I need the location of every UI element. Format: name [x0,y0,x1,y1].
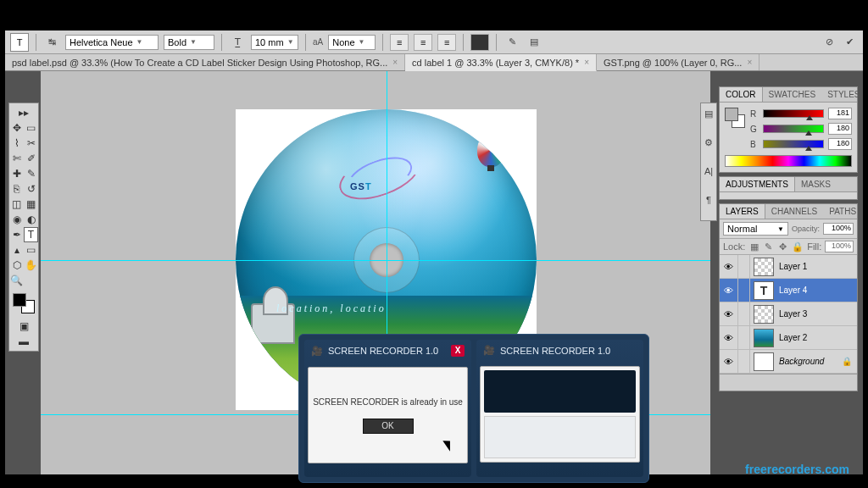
font-family-combo[interactable]: Helvetica Neue▼ [65,35,159,50]
visibility-toggle[interactable]: 👁 [720,255,738,278]
font-family-value: Helvetica Neue [70,37,133,47]
layer-thumbnail[interactable] [754,305,774,324]
panel-tab-channels[interactable]: CHANNELS [765,204,823,219]
panel-tab-paths[interactable]: PATHS [823,204,862,219]
paragraph-panel-icon[interactable]: ¶ [702,195,715,208]
layer-name[interactable]: Layer 3 [777,309,807,319]
visibility-toggle[interactable]: 👁 [720,279,738,302]
layer-thumbnail[interactable] [754,329,774,347]
layer-item[interactable]: 👁 Layer 2 [720,326,857,350]
screenmode-toggle[interactable]: ▬ [9,334,38,349]
font-size-combo[interactable]: 10 mm▼ [251,35,298,50]
align-left-button[interactable]: ≡ [390,34,409,51]
path-select-tool[interactable]: ▴ [9,242,24,258]
panel-tab-styles[interactable]: STYLES [821,87,865,102]
layer-name[interactable]: Layer 2 [777,333,807,342]
zoom-tool[interactable]: 🔍 [9,273,24,288]
panel-tab-adjustments[interactable]: ADJUSTMENTS [720,177,795,191]
move-tool[interactable]: ✥ [9,120,24,136]
color-ramp[interactable] [725,155,852,167]
actions-panel-icon[interactable]: ⚙ [702,137,715,151]
pen-tool[interactable]: ✒ [9,227,24,242]
panel-tab-swatches[interactable]: SWATCHES [763,87,822,102]
align-right-button[interactable]: ≡ [437,34,456,51]
channel-label-b: B [750,140,759,149]
panel-tab-layers[interactable]: LAYERS [720,204,765,219]
3d-tool[interactable]: ⬡ [9,258,24,273]
warp-text-button[interactable]: ✎ [504,34,520,51]
slider-g[interactable] [763,125,824,133]
doc-tab-1[interactable]: cd label 1 @ 33.3% (Layer 3, CMYK/8) *× [405,54,597,71]
opacity-value[interactable]: 100% [823,223,854,235]
lock-transparent-icon[interactable]: ▦ [748,241,760,252]
clone-stamp-tool[interactable]: ⎘ [9,181,24,197]
layer-item[interactable]: 👁 Layer 1 [720,255,857,279]
eraser-tool[interactable]: ◫ [9,197,24,212]
layer-item[interactable]: 👁 T Layer 4 [720,279,857,302]
type-tool[interactable]: T [24,227,38,242]
text-color-swatch[interactable] [470,34,489,51]
close-icon[interactable]: × [584,58,589,67]
close-icon[interactable]: × [392,58,398,67]
character-panel-icon[interactable]: A| [702,166,715,180]
commit-edits-button[interactable]: ✔ [841,34,858,51]
layer-name[interactable]: Layer 4 [777,286,807,295]
hand-tool[interactable]: ✋ [24,258,38,273]
doc-tab-0[interactable]: psd label.psd @ 33.3% (How To Create a C… [5,54,405,70]
panel-tab-color[interactable]: COLOR [720,87,763,102]
gradient-tool[interactable]: ▦ [24,197,38,212]
value-r[interactable]: 181 [828,108,852,119]
dodge-tool[interactable]: ◐ [24,212,38,227]
recorder-app-icon: 🎥 [483,345,495,356]
visibility-toggle[interactable]: 👁 [720,302,738,325]
blend-mode-combo[interactable]: Normal▼ [723,222,788,236]
slider-b[interactable] [763,140,824,148]
lock-all-icon[interactable]: 🔒 [792,241,804,252]
lock-position-icon[interactable]: ✥ [777,241,788,252]
crop-tool[interactable]: ✄ [9,151,24,166]
foreground-background-swatch[interactable] [11,291,36,315]
visibility-toggle[interactable]: 👁 [720,326,738,349]
cancel-edits-button[interactable]: ⊘ [821,34,837,51]
recorder-window-alert: 🎥 SCREEN RECORDER 1.0 X SCREEN RECORDER … [304,340,471,477]
blur-tool[interactable]: ◉ [9,212,24,227]
guide-horizontal[interactable] [41,260,710,261]
panel-tab-masks[interactable]: MASKS [795,177,837,191]
lock-pixels-icon[interactable]: ✎ [763,241,774,252]
brush-tool[interactable]: ✎ [24,166,38,181]
value-g[interactable]: 180 [828,123,852,135]
fill-value[interactable]: 100% [825,241,854,252]
text-orientation-toggle[interactable]: ↹ [43,34,60,51]
doc-tab-label: cd label 1 @ 33.3% (Layer 3, CMYK/8) * [412,58,579,68]
shape-tool[interactable]: ▭ [24,242,38,258]
lasso-tool[interactable]: ⌇ [9,136,24,151]
font-style-combo[interactable]: Bold▼ [164,35,214,50]
antialias-combo[interactable]: None▼ [328,35,376,50]
align-center-button[interactable]: ≡ [414,34,432,51]
layer-thumbnail[interactable]: T [754,281,774,300]
color-swatch-pair[interactable] [725,108,745,128]
eyedropper-tool[interactable]: ✐ [24,151,38,166]
healing-brush-tool[interactable]: ✚ [9,166,24,181]
tool-preset-picker[interactable]: T [10,33,29,52]
quick-select-tool[interactable]: ✂ [24,136,38,151]
quickmask-toggle[interactable]: ▣ [9,319,38,334]
layer-name[interactable]: Background [777,357,824,366]
layer-item-background[interactable]: 👁 Background 🔒 [720,350,857,374]
history-brush-tool[interactable]: ↺ [24,181,38,197]
layer-thumbnail[interactable] [754,258,774,276]
layer-name[interactable]: Layer 1 [777,262,807,271]
doc-tab-2[interactable]: GST.png @ 100% (Layer 0, RG...× [597,54,760,70]
document-tabs: psd label.psd @ 33.3% (How To Create a C… [5,54,863,71]
layer-thumbnail[interactable] [754,352,774,371]
slider-r[interactable] [763,109,824,118]
history-panel-icon[interactable]: ▤ [702,108,715,122]
value-b[interactable]: 180 [828,138,852,150]
marquee-tool[interactable]: ▭ [24,120,38,136]
close-button[interactable]: X [451,345,465,357]
character-panel-toggle[interactable]: ▤ [526,34,542,51]
close-icon[interactable]: × [747,58,752,67]
visibility-toggle[interactable]: 👁 [720,350,738,373]
layer-item[interactable]: 👁 Layer 3 [720,302,857,326]
ok-button[interactable]: OK [363,419,414,434]
